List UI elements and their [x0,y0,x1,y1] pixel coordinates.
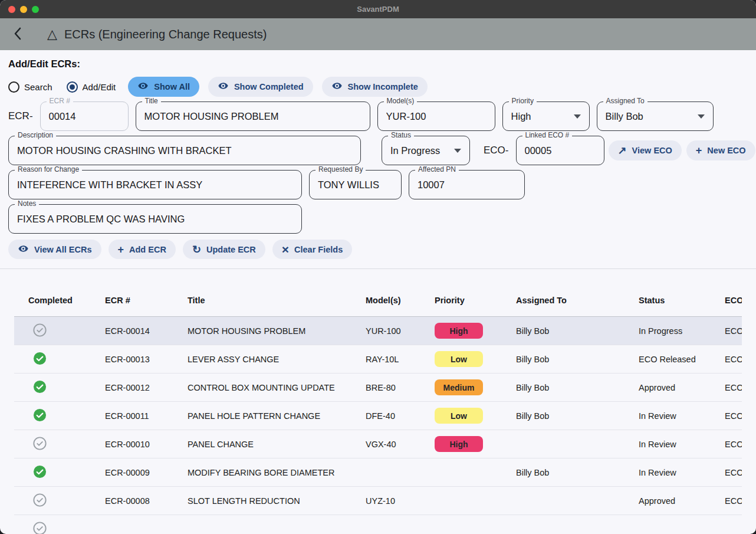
notes-input[interactable] [17,214,293,225]
view-all-ecrs-button[interactable]: View All ECRs [8,240,101,259]
addedit-mode-radio[interactable]: Add/Edit [67,81,116,93]
completed-check-icon[interactable] [33,352,47,367]
cell-eco: ECO [725,355,742,364]
cell-ecr-number: ECR-00008 [105,496,188,506]
cell-ecr-number: ECR-00014 [105,326,188,336]
models-input[interactable] [386,111,487,122]
models-field[interactable]: Model(s) [377,101,495,131]
search-mode-radio[interactable]: Search [8,81,52,93]
cell-title: MODIFY BEARING BORE DIAMETER [188,468,366,477]
assigned-to-select[interactable]: Assigned To Billy Bob [597,101,714,131]
cell-eco: ECO [725,468,742,477]
completed-check-icon[interactable] [33,465,47,480]
cell-eco: ECO [725,440,742,449]
table-row[interactable]: ECR-00009MODIFY BEARING BORE DIAMETERBil… [14,458,742,487]
show-incomplete-button[interactable]: Show Incomplete [322,77,428,97]
close-window-button[interactable] [8,6,15,13]
cell-status: In Review [639,440,725,449]
priority-badge: Low [435,351,483,367]
clear-fields-button[interactable]: × Clear Fields [272,240,352,259]
cell-title: MOTOR HOUSING PROBLEM [188,326,366,336]
cell-eco: ECO [725,411,742,421]
update-ecr-button[interactable]: ↻ Update ECR [183,240,265,259]
cell-status: ECO Released [639,355,725,364]
ecr-prefix-label: ECR- [8,110,33,122]
table-row[interactable]: ECR-00014MOTOR HOUSING PROBLEMYUR-100Hig… [14,317,742,345]
actions-row: View All ECRs + Add ECR ↻ Update ECR × C… [8,240,756,259]
eye-icon [218,80,229,93]
reason-input[interactable] [17,179,293,191]
incomplete-check-icon[interactable] [33,437,47,452]
column-header: Completed [14,296,105,305]
plus-icon: + [696,145,702,156]
cell-ecr-number: ECR-00013 [105,355,188,364]
cell-eco: ECO [725,383,742,392]
chevron-left-icon [13,27,22,42]
cell-title: CONTROL BOX MOUNTING UPDATE [188,383,366,392]
description-field[interactable]: Description [8,136,361,165]
close-icon: × [282,243,289,255]
radio-icon [8,81,19,93]
radio-selected-icon [67,81,78,93]
priority-badge: Low [435,408,483,424]
plus-icon: + [118,244,124,255]
affected-pn-field[interactable]: Affected PN [409,170,525,199]
status-select[interactable]: Status In Progress [382,136,470,165]
affected-pn-input[interactable] [418,179,516,191]
column-header: ECO [725,296,742,305]
show-completed-button[interactable]: Show Completed [208,77,313,97]
linked-eco-field[interactable]: Linked ECO # [516,136,604,165]
requested-by-input[interactable] [318,179,393,191]
show-all-button[interactable]: Show All [128,77,199,97]
cell-models: VGX-40 [366,440,435,449]
cell-title: PANEL CHANGE [188,440,366,449]
ecr-table: CompletedECR #TitleModel(s)PriorityAssig… [14,269,742,534]
cell-assigned-to: Billy Bob [516,326,639,336]
eye-icon [18,243,29,256]
table-row[interactable]: ECR-00010PANEL CHANGEVGX-40HighIn Review… [14,430,742,458]
table-row[interactable]: ECR-00013LEVER ASSY CHANGERAY-10LLowBill… [14,345,742,374]
cell-status: In Review [639,411,725,421]
title-input[interactable] [144,111,361,122]
incomplete-check-icon[interactable] [33,493,47,509]
mode-filter-row: Search Add/Edit Show All Show Completed … [8,77,756,97]
ecr-number-input[interactable] [49,111,120,122]
description-input[interactable] [17,145,352,156]
completed-check-icon[interactable] [33,380,47,395]
reason-field[interactable]: Reason for Change [8,170,302,199]
add-ecr-button[interactable]: + Add ECR [109,240,176,259]
cell-status: Approved [639,383,725,392]
window-title: SavantPDM [357,5,399,14]
back-button[interactable] [13,27,22,42]
table-row[interactable]: ECR-00011PANEL HOLE PATTERN CHANGEDFE-40… [14,402,742,430]
cell-models: BRE-80 [366,383,435,392]
priority-select[interactable]: Priority High [502,101,590,131]
cell-eco: ECO [725,496,742,506]
completed-check-icon[interactable] [33,408,47,424]
zoom-window-button[interactable] [32,6,39,13]
notes-field[interactable]: Notes [8,204,302,234]
window-controls [8,0,39,18]
table-row[interactable] [14,515,742,534]
minimize-window-button[interactable] [20,6,27,13]
ecr-number-field[interactable]: ECR # [40,101,129,131]
view-eco-button[interactable]: ↗ View ECO [609,140,682,160]
column-header: Title [188,296,366,305]
cell-title: SLOT LENGTH REDUCTION [188,496,366,506]
title-field[interactable]: Title [136,101,370,131]
requested-by-field[interactable]: Requested By [309,170,402,199]
section-title: Add/Edit ECRs: [8,58,756,70]
table-row[interactable]: ECR-00012CONTROL BOX MOUNTING UPDATEBRE-… [14,374,742,402]
linked-eco-input[interactable] [525,145,596,156]
cell-ecr-number: ECR-00010 [105,440,188,449]
cell-assigned-to: Billy Bob [516,355,639,364]
priority-badge: High [435,323,483,339]
new-eco-button[interactable]: + New ECO [686,140,755,160]
incomplete-check-icon[interactable] [33,323,47,339]
table-row[interactable]: ECR-00008SLOT LENGTH REDUCTIONUYZ-10Appr… [14,487,742,515]
priority-badge: High [435,436,483,452]
cell-title: LEVER ASSY CHANGE [188,355,366,364]
column-header: Assigned To [516,296,639,305]
incomplete-check-icon[interactable] [33,522,47,534]
cell-status: In Review [639,468,725,477]
